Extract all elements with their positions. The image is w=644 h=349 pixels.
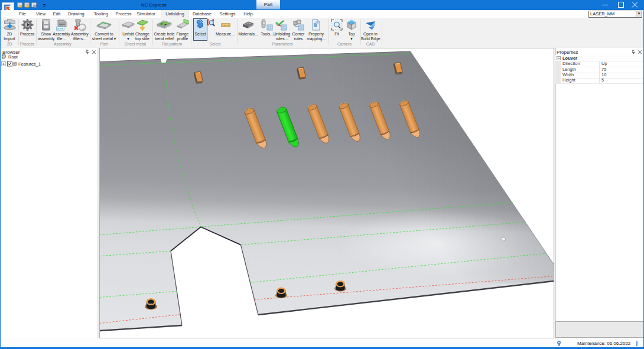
svg-text:</>: </>	[57, 27, 64, 31]
svg-text:Features_1: Features_1	[18, 61, 41, 67]
svg-text:Root: Root	[8, 54, 18, 60]
